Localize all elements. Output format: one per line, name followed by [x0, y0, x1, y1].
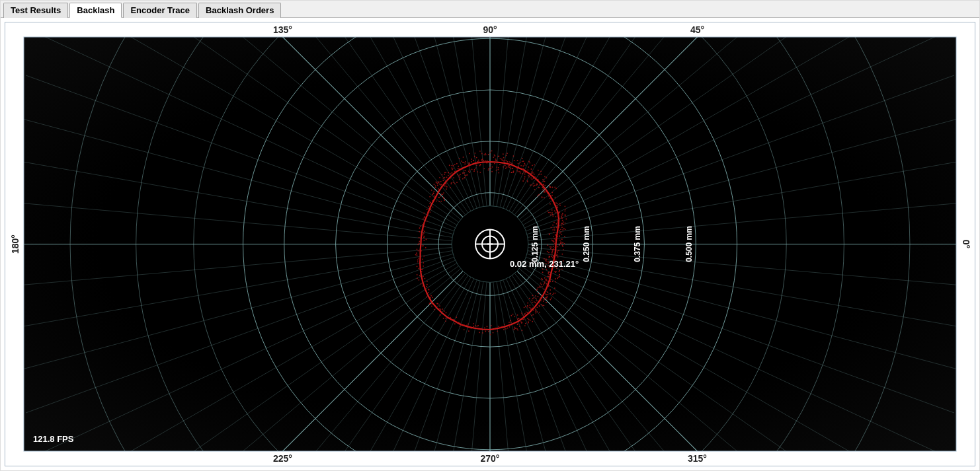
svg-point-659 [523, 319, 524, 320]
svg-point-374 [471, 161, 472, 163]
tab-bar: Test Results Backlash Encoder Trace Back… [1, 1, 979, 18]
svg-point-367 [477, 171, 478, 172]
svg-point-261 [528, 161, 530, 163]
svg-point-828 [553, 255, 554, 256]
svg-point-577 [434, 309, 435, 310]
svg-point-87 [562, 242, 563, 243]
svg-point-500 [427, 211, 429, 213]
svg-point-547 [421, 269, 422, 270]
svg-point-837 [557, 252, 558, 253]
svg-point-225 [538, 179, 539, 180]
svg-point-247 [528, 176, 530, 178]
svg-point-251 [532, 165, 533, 166]
svg-point-470 [437, 192, 438, 193]
svg-point-782 [550, 272, 551, 273]
svg-point-306 [503, 166, 504, 168]
svg-point-362 [477, 161, 478, 163]
polar-chart-container[interactable]: 0.125 mm0.250 mm0.375 mm0.500 mm0.02 mm,… [5, 22, 975, 466]
svg-point-846 [550, 248, 551, 249]
ring-label: 0.500 mm [684, 226, 694, 262]
svg-point-612 [482, 332, 483, 334]
svg-point-444 [445, 183, 446, 184]
svg-point-561 [426, 286, 427, 287]
svg-point-723 [541, 295, 542, 297]
svg-point-583 [444, 310, 445, 312]
tab-test-results[interactable]: Test Results [3, 3, 68, 18]
svg-point-732 [546, 294, 548, 295]
svg-point-121 [563, 228, 565, 229]
polar-chart-svg[interactable]: 0.125 mm0.250 mm0.375 mm0.500 mm0.02 mm,… [5, 22, 975, 466]
svg-point-331 [491, 166, 493, 168]
svg-point-199 [549, 186, 550, 188]
svg-point-522 [419, 237, 420, 238]
svg-point-152 [562, 213, 563, 214]
svg-point-464 [438, 188, 439, 190]
svg-point-725 [545, 297, 546, 299]
svg-point-369 [473, 160, 474, 161]
svg-point-318 [498, 169, 499, 170]
svg-point-714 [538, 296, 539, 297]
svg-point-584 [446, 312, 447, 313]
svg-point-328 [494, 163, 495, 164]
svg-point-212 [544, 181, 546, 182]
svg-point-265 [522, 168, 524, 170]
svg-point-513 [420, 226, 421, 227]
svg-point-598 [461, 324, 462, 326]
svg-point-189 [554, 186, 555, 188]
svg-point-446 [439, 177, 440, 178]
svg-point-825 [551, 256, 552, 257]
svg-point-693 [534, 307, 536, 308]
svg-point-157 [564, 210, 565, 211]
svg-point-597 [460, 326, 461, 327]
svg-point-332 [491, 164, 492, 165]
svg-point-310 [503, 157, 505, 159]
svg-point-565 [428, 292, 429, 293]
tab-backlash-orders[interactable]: Backlash Orders [198, 3, 281, 18]
svg-point-668 [527, 318, 528, 319]
svg-point-108 [561, 234, 562, 235]
svg-point-593 [454, 323, 456, 324]
svg-point-454 [442, 186, 443, 187]
svg-point-197 [544, 191, 546, 192]
svg-point-852 [553, 246, 554, 247]
svg-point-457 [439, 184, 440, 185]
tab-encoder-trace[interactable]: Encoder Trace [123, 3, 197, 18]
svg-point-136 [563, 221, 564, 223]
tab-backlash[interactable]: Backlash [69, 3, 122, 18]
svg-point-303 [507, 153, 508, 154]
svg-point-165 [554, 210, 555, 211]
svg-point-765 [550, 280, 551, 281]
svg-point-838 [551, 251, 553, 252]
svg-point-756 [542, 279, 543, 280]
svg-point-415 [451, 165, 452, 166]
angle-label-bottom: 270° [481, 453, 500, 464]
svg-point-748 [543, 284, 544, 285]
svg-point-468 [435, 187, 436, 188]
svg-point-625 [501, 326, 503, 328]
svg-point-438 [444, 177, 445, 178]
svg-point-270 [520, 165, 522, 166]
svg-point-238 [538, 170, 539, 171]
svg-point-239 [534, 174, 535, 175]
svg-point-379 [471, 169, 473, 170]
svg-point-160 [559, 211, 560, 213]
svg-point-203 [542, 189, 544, 190]
svg-point-833 [551, 252, 553, 254]
svg-point-539 [417, 260, 419, 261]
svg-point-519 [423, 235, 424, 236]
svg-point-406 [462, 178, 464, 180]
svg-point-106 [553, 236, 554, 237]
svg-point-603 [468, 330, 470, 332]
svg-point-170 [559, 205, 561, 206]
angle-label-top: 45° [690, 24, 704, 35]
svg-point-130 [550, 227, 551, 229]
svg-point-253 [524, 178, 525, 180]
svg-point-608 [476, 326, 477, 327]
svg-point-317 [498, 167, 499, 168]
svg-point-461 [437, 185, 438, 186]
svg-point-498 [427, 209, 428, 210]
svg-point-397 [459, 158, 460, 159]
svg-point-794 [559, 270, 560, 272]
svg-point-427 [448, 172, 449, 174]
svg-point-764 [552, 281, 553, 282]
